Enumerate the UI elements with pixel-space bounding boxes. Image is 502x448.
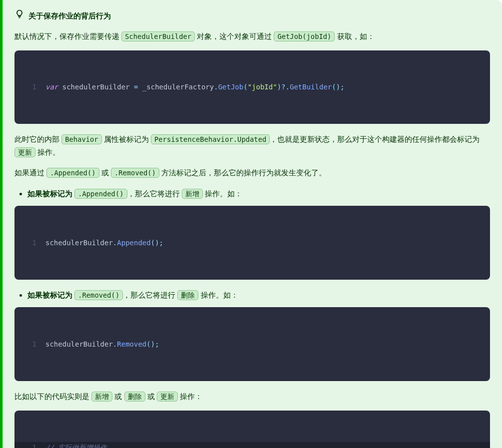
inline-code: GetJob(jobId) <box>274 31 335 41</box>
inline-code: PersistenceBehavior.Updated <box>151 134 270 144</box>
inline-code: .Appended() <box>74 189 127 199</box>
list-item: 如果被标记为 .Appended()，那么它将进行 新增 操作。如： <box>27 187 490 200</box>
callout-title: 关于保存作业的背后行为 <box>28 9 111 22</box>
inline-code: 更新 <box>157 392 178 402</box>
list-item: 如果被标记为 .Removed()，那么它将进行 删除 操作。如： <box>27 289 490 302</box>
inline-code: .Appended() <box>46 168 99 178</box>
bullet-list: 如果被标记为 .Removed()，那么它将进行 删除 操作。如： <box>14 289 490 302</box>
inline-code: Behavior <box>61 134 101 144</box>
callout-header: 关于保存作业的背后行为 <box>14 9 490 23</box>
inline-code: .Removed() <box>111 168 159 178</box>
paragraph: 如果通过 .Appended() 或 .Removed() 方法标记之后，那么它… <box>14 166 490 179</box>
inline-code: 新增 <box>182 189 203 199</box>
inline-code: 新增 <box>91 392 112 402</box>
code-line: 1schedulerBuilder.Appended(); <box>14 237 490 249</box>
inline-code: 更新 <box>14 147 35 157</box>
inline-code: 删除 <box>177 290 198 300</box>
code-line: 1// 实际做新增操作 <box>14 442 490 448</box>
paragraph: 默认情况下，保存作业需要传递 SchedulerBuilder 对象，这个对象可… <box>14 30 490 43</box>
paragraph: 此时它的内部 Behavior 属性被标记为 PersistenceBehavi… <box>14 133 490 158</box>
code-line: 1var schedulerBuilder = _schedulerFactor… <box>14 81 490 93</box>
bullet-list: 如果被标记为 .Appended()，那么它将进行 新增 操作。如： <box>14 187 490 200</box>
lightbulb-icon <box>14 9 24 23</box>
code-line: 1schedulerBuilder.Removed(); <box>14 339 490 350</box>
callout-tip: 关于保存作业的背后行为 默认情况下，保存作业需要传递 SchedulerBuil… <box>0 0 502 448</box>
code-block: 1// 实际做新增操作 2var scheduleResult = _sched… <box>14 411 490 448</box>
inline-code: 删除 <box>124 392 145 402</box>
paragraph: 比如以下的代码实则是 新增 或 删除 或 更新 操作： <box>14 390 490 403</box>
inline-code: .Removed() <box>74 290 123 300</box>
code-block: 1schedulerBuilder.Appended(); <box>14 206 490 279</box>
code-block: 1var schedulerBuilder = _schedulerFactor… <box>14 50 490 124</box>
code-block: 1schedulerBuilder.Removed(); <box>14 307 490 381</box>
inline-code: SchedulerBuilder <box>121 31 195 41</box>
